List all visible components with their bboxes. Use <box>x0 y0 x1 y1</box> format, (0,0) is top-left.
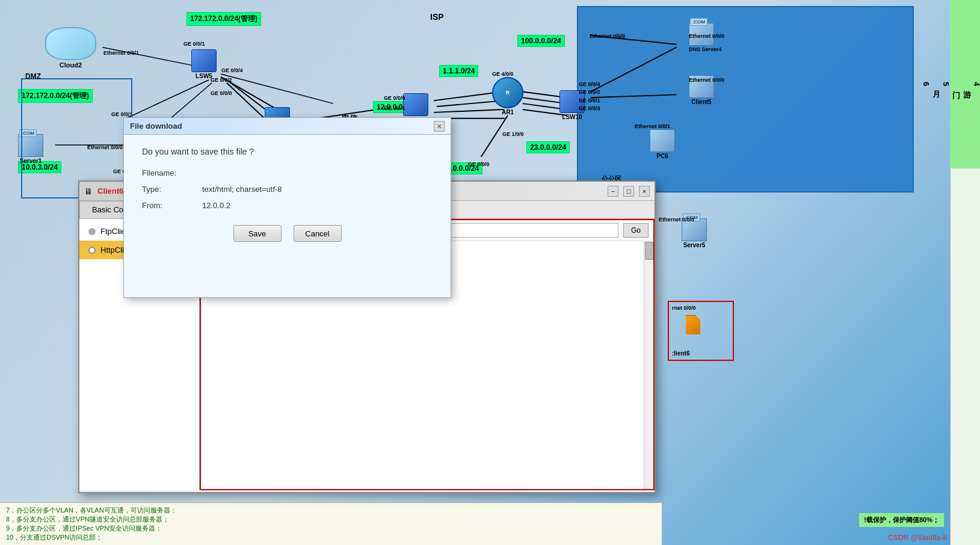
iface-ge100b: GE 1/0/0 <box>502 131 524 137</box>
iface-ge400: GE 4/0/0 <box>492 71 514 77</box>
fd-filename-label: Filename: <box>142 168 202 177</box>
right-sidebar: 1 2 3 4 游 门 5 月 6 <box>950 0 980 545</box>
bottom-line-4: 10，分支通过DSVPN访问总部； <box>6 533 656 542</box>
iface-eth-thumb: rnet 0/0/0 <box>672 305 696 311</box>
fd-type-label: Type: <box>142 185 202 194</box>
iface-eth001b: Ethernet 0/0/1 <box>635 123 670 129</box>
bottom-text-area: 7，办公区分多个VLAN，各VLAN可互通，可访问服务器； 8，多分支办公区，通… <box>0 502 662 545</box>
net-label-1110: 1.1.1.0/24 <box>439 65 478 77</box>
sidebar-4: 4 <box>972 82 980 86</box>
bottom-line-3: 9，多分支办公区，通过IPSec VPN安全访问服务器； <box>6 524 656 533</box>
scrollbar-vertical[interactable] <box>644 241 653 489</box>
sidebar-5: 5 <box>941 82 951 86</box>
file-download-dialog: File download × Do you want to save this… <box>123 117 451 298</box>
sidebar-date: 1 2 3 4 游 门 5 月 6 <box>950 0 980 168</box>
csdn-watermark: CSDN @Vanilla-li <box>888 534 947 542</box>
net-label-2300: 23.0.0.0/24 <box>526 141 570 153</box>
client6-thumb-label: :lient6 <box>672 350 689 357</box>
fd-from-label: From: <box>142 201 202 210</box>
cloud2-device: Cloud2 <box>45 27 96 69</box>
ar1-device: R AR1 <box>492 77 523 115</box>
iface-ge004b: GE 0/0/4 <box>579 81 600 87</box>
iface-ge001c: GE 0/0/1 <box>579 97 600 103</box>
close-button[interactable]: × <box>639 186 650 197</box>
fd-titlebar: File download × <box>124 118 451 135</box>
bottom-line-2: 8，多分支办公区，通过VPN隧道安全访问总部服务器； <box>6 515 656 524</box>
fd-from-value: 12.0.0.2 <box>202 201 230 210</box>
save-button[interactable]: Save <box>233 225 282 242</box>
bottom-line-1: 7，办公区分多个VLAN，各VLAN可互通，可访问服务器； <box>6 506 656 515</box>
minimize-button[interactable]: − <box>608 186 618 197</box>
iface-eth000a: Ethernet 0/0/0 <box>689 33 724 39</box>
iface-ge000d: Ethernet 0/0/0 <box>590 33 625 39</box>
fd-type-row: Type: text/html; charset=utf-8 <box>142 185 433 194</box>
net-label-mgmt: 172.172.0.0/24(管理) <box>186 12 261 26</box>
fd-type-value: text/html; charset=utf-8 <box>202 185 282 194</box>
iface-ge004: GE 0/0/4 <box>221 67 243 73</box>
pc6-device: PC6 <box>650 129 675 159</box>
isp-region <box>577 6 914 192</box>
iface-ge000b: GE 0/0/0 <box>384 95 405 101</box>
iface-eth000b: Ethernet 0/0/0 <box>689 77 724 83</box>
http-icon <box>88 247 96 254</box>
fd-from-row: From: 12.0.0.2 <box>142 201 433 210</box>
net-label-100: 100.0.0.0/24 <box>517 35 565 47</box>
sidebar-6: 6 <box>922 82 931 86</box>
lsw5-device: LSW5 <box>191 49 217 79</box>
dmz-label: DMZ <box>25 72 41 81</box>
fd-question: Do you want to save this file ? <box>142 147 433 156</box>
go-button[interactable]: Go <box>623 223 649 238</box>
fd-close-button[interactable]: × <box>434 121 445 132</box>
fd-content: Do you want to save this file ? Filename… <box>124 135 451 254</box>
ftp-icon <box>88 228 96 235</box>
iface-ge001b: GE 0/0/1 <box>384 105 405 111</box>
iface-eth001: Ethernet 0/0/1 <box>103 50 139 56</box>
iface-ge002c: GE 0/0/2 <box>579 89 600 95</box>
router-dianxin <box>403 93 428 116</box>
maximize-button[interactable]: □ <box>623 186 634 197</box>
iface-eth000e: Ethernet 0/0/0 <box>659 217 694 223</box>
fd-filename-row: Filename: <box>142 168 433 177</box>
fd-title: File download <box>130 122 182 131</box>
iface-ge002: GE 0/0/2 <box>211 77 232 83</box>
load-balance-label: !载保护，保护阈值80%； <box>859 513 944 527</box>
iface-ge000a: GE 0/0/0 <box>211 90 232 96</box>
iface-ge003b: GE 0/0/3 <box>579 105 600 111</box>
client6-thumb-icon <box>681 315 705 339</box>
client6-thumbnail-box: rnet 0/0/0 :lient6 <box>668 301 734 361</box>
cancel-button[interactable]: Cancel <box>294 225 342 242</box>
fd-buttons: Save Cancel <box>142 225 433 242</box>
isp-label: ISP <box>430 12 444 22</box>
iface-ge001: GE 0/0/1 <box>183 41 205 47</box>
scrollbar-thumb <box>645 242 653 260</box>
client6-icon: 🖥 <box>84 186 93 196</box>
iface-ge000c: GE 0/0/0 <box>468 161 490 167</box>
